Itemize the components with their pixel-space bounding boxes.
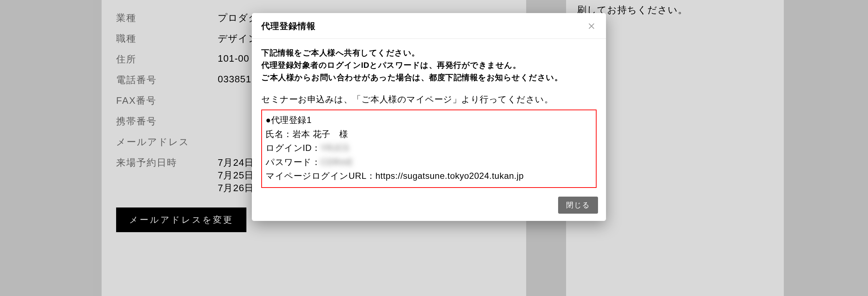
notice-line-3: ご本人様からお問い合わせがあった場合は、都度下記情報をお知らせください。 <box>261 71 597 84</box>
close-icon[interactable] <box>586 21 597 31</box>
close-button[interactable]: 閉じる <box>558 197 598 214</box>
reg-url-value: https://sugatsune.tokyo2024.tukan.jp <box>376 171 524 181</box>
reg-pass-row: パスワード：CDRmE <box>266 155 592 169</box>
notice-block: 下記情報をご本人様へ共有してください。 代理登録対象者のログインIDとパスワード… <box>261 47 597 84</box>
reg-login-row: ログインID：YRJC5 <box>266 141 592 155</box>
reg-url-label: マイページログインURL： <box>266 171 376 181</box>
reg-login-value: YRJC5 <box>321 143 349 153</box>
seminar-note: セミナーお申込みは、「ご本人様のマイページ」より行ってください。 <box>261 92 597 106</box>
modal-title: 代理登録情報 <box>261 20 316 32</box>
reg-pass-label: パスワード： <box>266 157 320 167</box>
modal-body: 下記情報をご本人様へ共有してください。 代理登録対象者のログインIDとパスワード… <box>252 39 606 192</box>
reg-header: ●代理登録1 <box>266 113 592 127</box>
reg-name-row: 氏名：岩本 花子 様 <box>266 127 592 141</box>
registration-info-box: ●代理登録1 氏名：岩本 花子 様 ログインID：YRJC5 パスワード：CDR… <box>261 110 597 188</box>
reg-name-label: 氏名： <box>266 129 292 139</box>
notice-line-1: 下記情報をご本人様へ共有してください。 <box>261 47 597 59</box>
proxy-registration-modal: 代理登録情報 下記情報をご本人様へ共有してください。 代理登録対象者のログインI… <box>252 13 606 221</box>
reg-url-row: マイページログインURL：https://sugatsune.tokyo2024… <box>266 169 592 183</box>
reg-login-label: ログインID： <box>266 143 321 153</box>
reg-pass-value: CDRmE <box>320 157 353 167</box>
notice-line-2: 代理登録対象者のログインIDとパスワードは、再発行ができません。 <box>261 59 597 71</box>
modal-header: 代理登録情報 <box>252 13 606 39</box>
modal-footer: 閉じる <box>252 192 606 221</box>
reg-name-value: 岩本 花子 様 <box>292 129 348 139</box>
